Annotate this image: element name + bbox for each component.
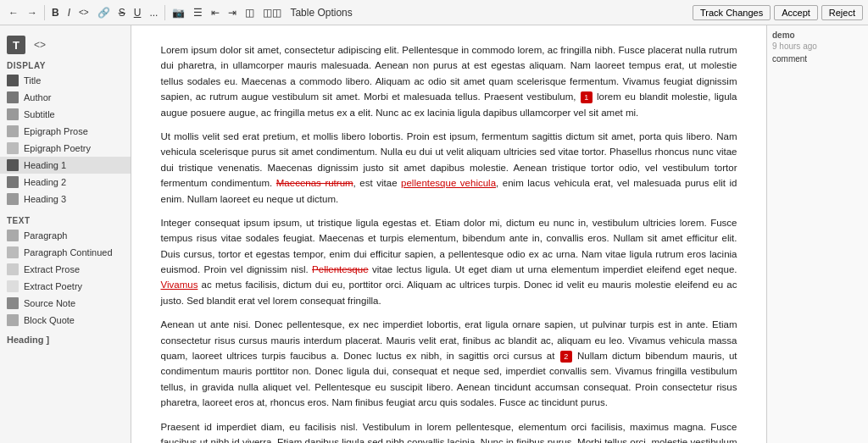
display-section-label: DISPLAY [0,58,131,72]
code-button[interactable]: <> [75,6,92,19]
sidebar-item-para-cont-label: Paragraph Continued [24,247,113,257]
bold-button[interactable]: B [48,5,63,20]
sidebar-item-heading1-label: Heading 1 [24,160,66,170]
italic-button[interactable]: I [64,5,74,20]
comment-panel: demo 9 hours ago comment [766,25,868,443]
ext-prose-swatch [7,263,19,275]
footnote-marker-2[interactable]: 2 [560,351,572,363]
tracked-deletion-2: Pellentesque [312,264,369,274]
editor-content: Lorem ipsum dolor sit amet, consectetur … [161,42,737,443]
table-options-button[interactable]: Table Options [287,5,355,20]
toolbar: ← → B I <> 🔗 S U ... 📷 ☰ ⇤ ⇥ ◫ ◫◫ Table … [0,0,868,25]
sidebar-item-subtitle-label: Subtitle [24,109,55,119]
sidebar-item-source-note[interactable]: Source Note [0,295,131,312]
sidebar-item-block-quote[interactable]: Block Quote [0,312,131,329]
ep-prose-swatch [7,125,19,137]
source-swatch [7,297,19,309]
editor-para-2: Ut mollis velit sed erat pretium, et mol… [161,129,737,207]
accept-button[interactable]: Accept [774,5,818,20]
code-view-button[interactable]: <> [31,36,49,54]
comment-time: 9 hours ago [772,42,863,51]
toolbar-separator-1 [44,5,45,20]
redo-button[interactable]: → [24,5,41,20]
editor-area[interactable]: Lorem ipsum dolor sit amet, consectetur … [131,25,766,443]
ext-poetry-swatch [7,280,19,292]
sidebar-item-heading2[interactable]: Heading 2 [0,174,131,191]
outdent-button[interactable]: ⇥ [225,5,240,20]
sidebar-item-epigraph-poetry[interactable]: Epigraph Poetry [0,140,131,157]
toolbar-right: Track Changes Accept Reject [693,5,863,20]
list-button[interactable]: ☰ [190,5,206,20]
sidebar-item-subtitle[interactable]: Subtitle [0,106,131,123]
tracked-insertion-2: Vivamus [161,280,198,290]
editor-para-3: Integer consequat ipsum ipsum, ut tristi… [161,215,737,308]
para-swatch [7,230,19,241]
sidebar-item-author[interactable]: Author [0,89,131,106]
sidebar-item-title-label: Title [24,75,41,86]
para-cont-swatch [7,246,19,258]
comment-text: comment [772,54,863,64]
editor-para-5: Praesent id imperdiet diam, eu facilisis… [161,419,737,443]
sidebar-item-title[interactable]: Title [0,72,131,89]
table-button[interactable]: ◫ [242,5,258,20]
main-area: T <> DISPLAY Title Author Subtitle Epigr… [0,25,868,443]
h2-swatch [7,176,19,188]
sidebar-item-heading3-label: Heading 3 [24,194,66,204]
sidebar-item-heading2-label: Heading 2 [24,177,66,187]
more-button[interactable]: ... [146,5,161,20]
sidebar-item-extract-prose[interactable]: Extract Prose [0,261,131,278]
sidebar-item-heading1[interactable]: Heading 1 [0,157,131,174]
text-section-label: TEXT [0,213,131,227]
sidebar-item-source-label: Source Note [24,298,75,308]
h3-swatch [7,193,19,205]
sidebar-item-ep-poetry-label: Epigraph Poetry [24,143,91,153]
sidebar-item-para-continued[interactable]: Paragraph Continued [0,244,131,261]
indent-button[interactable]: ⇤ [208,5,223,20]
sidebar-item-paragraph-label: Paragraph [24,230,67,241]
heading-selected-label: Heading ] [7,335,49,345]
undo-button[interactable]: ← [5,5,22,20]
footnote-marker-1[interactable]: 1 [581,91,593,103]
table-more-button[interactable]: ◫◫ [259,5,285,20]
sidebar-item-epigraph-prose[interactable]: Epigraph Prose [0,123,131,140]
editor-para-4: Aenean ut ante nisi. Donec pellentesque,… [161,317,737,410]
underline-button[interactable]: U [131,5,145,20]
sidebar-item-extract-poetry[interactable]: Extract Poetry [0,278,131,295]
title-swatch [7,75,19,86]
sidebar-item-ext-poetry-label: Extract Poetry [24,281,82,291]
author-swatch [7,91,19,103]
sidebar-item-block-quote-label: Block Quote [24,315,75,325]
sidebar-item-heading3[interactable]: Heading 3 [0,191,131,208]
t-icon-button[interactable]: T [7,36,25,54]
comment-user: demo [772,30,863,40]
strikethrough-button[interactable]: S [115,5,129,20]
h1-swatch [7,159,19,171]
reject-button[interactable]: Reject [821,5,863,20]
subtitle-swatch [7,108,19,120]
sidebar-item-author-label: Author [24,92,51,102]
sidebar-item-ext-prose-label: Extract Prose [24,264,80,274]
ep-poetry-swatch [7,142,19,154]
sidebar: T <> DISPLAY Title Author Subtitle Epigr… [0,25,131,443]
link-button[interactable]: 🔗 [94,5,114,20]
tracked-insertion-1: pellentesque vehicula [401,178,496,188]
track-changes-button[interactable]: Track Changes [693,5,771,20]
editor-para-1: Lorem ipsum dolor sit amet, consectetur … [161,42,737,120]
image-button[interactable]: 📷 [169,5,188,20]
toolbar-separator-2 [164,5,165,20]
blockquote-swatch [7,314,19,326]
sidebar-item-ep-prose-label: Epigraph Prose [24,126,88,136]
tracked-deletion-1: Maecenas rutrum [276,178,353,188]
sidebar-item-paragraph[interactable]: Paragraph [0,227,131,244]
